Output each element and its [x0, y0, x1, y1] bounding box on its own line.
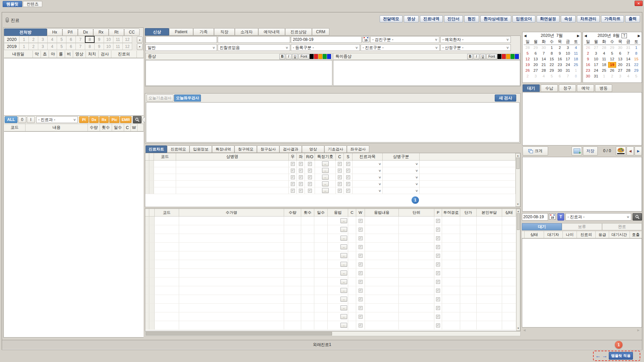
template-prev-button[interactable]: ←	[595, 353, 601, 359]
patient-field-1[interactable]	[146, 36, 217, 43]
format-b-button[interactable]: B	[279, 54, 285, 59]
order-w-checkbox[interactable]	[359, 262, 363, 266]
calendar-day[interactable]: 14	[624, 56, 632, 62]
order-p-checkbox[interactable]	[436, 245, 440, 249]
queue-dept-select[interactable]: - 진료과 -∨	[566, 213, 631, 221]
calendar-day[interactable]: 13	[616, 56, 624, 62]
calendar-day[interactable]: 27	[532, 68, 540, 73]
top-tab-template[interactable]: 템플릿	[3, 1, 22, 7]
calendar-day[interactable]: 20	[532, 62, 540, 68]
order-usage-lookup-button[interactable]: ..	[340, 305, 347, 310]
calendar-day[interactable]: 28	[524, 45, 532, 51]
calendar-day[interactable]: 7	[540, 51, 548, 56]
diagnosis-lookup-button[interactable]: ..	[322, 161, 329, 166]
calendar-day[interactable]: 12	[608, 56, 616, 62]
order-w-checkbox[interactable]	[359, 280, 363, 284]
treatment-type-select[interactable]: - 진료구분 -∨	[361, 44, 440, 51]
symptom-textarea[interactable]	[146, 60, 332, 86]
diagnosis-lookup-button[interactable]: ..	[322, 175, 329, 180]
calendar-day[interactable]: 13	[532, 56, 540, 62]
order-usage-lookup-button[interactable]: ..	[340, 253, 347, 258]
month-cell-2020-11[interactable]: 11	[113, 36, 123, 43]
month-cell-2020-9[interactable]: 9	[94, 36, 104, 43]
calendar-day[interactable]: 25	[572, 62, 580, 68]
order-usage-lookup-button[interactable]: ..	[340, 270, 347, 276]
chart-tab-5[interactable]: 청구심사	[257, 145, 279, 153]
history-tab-3[interactable]: Dx	[78, 28, 93, 36]
toolbar-button-4[interactable]: 협진	[464, 15, 479, 22]
add-image-button[interactable]: +	[572, 146, 582, 156]
month-cell-2019-1[interactable]: 1	[19, 43, 29, 50]
format-i-button[interactable]: I	[286, 54, 291, 59]
image-next-button[interactable]: ▶	[635, 146, 642, 156]
chart-tab-1[interactable]: 진료메모	[167, 145, 190, 153]
scroll-up-icon[interactable]: ▲	[517, 210, 520, 213]
registration-type-select[interactable]: - 등록구분 -∨	[291, 44, 360, 51]
toolbar-button-1[interactable]: 영상	[404, 15, 419, 22]
calendar-day[interactable]: 3	[564, 45, 572, 51]
patient-tab-0[interactable]: 신상	[145, 28, 169, 36]
quick-button-Rx[interactable]: Rx	[99, 116, 109, 123]
history-tab-1[interactable]: Hx	[47, 28, 62, 36]
history-tab-2[interactable]: P/I	[62, 28, 78, 36]
diagnosis-checkbox[interactable]	[346, 162, 350, 166]
history-tab-5[interactable]: Rt	[109, 28, 124, 36]
chevron-down-icon[interactable]: ∨	[378, 176, 381, 179]
order-p-checkbox[interactable]	[436, 306, 440, 310]
month-cell-2019-10[interactable]: 10	[104, 43, 113, 50]
checkup-type-select[interactable]: - 검진구분 -∨	[370, 36, 439, 43]
filter-one-button[interactable]: I	[27, 116, 35, 123]
calendar-day[interactable]: 28	[600, 45, 608, 51]
calendar-day[interactable]: 8	[632, 51, 640, 56]
chart-tab-9[interactable]: 좌우검사	[347, 145, 369, 153]
insurance-type-select[interactable]: 일반∨	[146, 44, 217, 51]
toolbar-button-2[interactable]: 진료내역	[420, 15, 443, 22]
order-p-checkbox[interactable]	[436, 262, 440, 266]
calendar-day[interactable]: 7	[564, 73, 572, 79]
diagnosis-checkbox[interactable]	[346, 189, 350, 193]
calendar-day[interactable]: 31	[592, 73, 600, 79]
calendar-today-button[interactable]: T	[622, 33, 627, 38]
scroll-up-icon[interactable]: ▲	[516, 154, 520, 157]
calendar-day[interactable]: 17	[592, 62, 600, 68]
calendar-day[interactable]: 1	[600, 73, 608, 79]
diagnosis-checkbox[interactable]	[308, 189, 312, 193]
diagnosis-scrollbar[interactable]: ▲▼	[516, 153, 520, 207]
calendar-day[interactable]: 1	[632, 45, 640, 51]
special-symptom-textarea[interactable]	[333, 60, 520, 86]
patient-tab-1[interactable]: Patient	[169, 28, 193, 36]
month-cell-2019-3[interactable]: 3	[38, 43, 48, 50]
order-p-checkbox[interactable]	[436, 315, 440, 319]
calendar-day[interactable]: 26	[524, 68, 532, 73]
toolbar-button-11[interactable]: 출력	[625, 15, 640, 22]
order-w-checkbox[interactable]	[359, 323, 363, 327]
history-tab-6[interactable]: CC	[124, 28, 140, 36]
calendar-day[interactable]: 9	[556, 51, 564, 56]
chart-tab-3[interactable]: 특정내역	[212, 145, 234, 153]
state-tab-2[interactable]: 완료	[602, 223, 642, 230]
calendar-day[interactable]: 14	[540, 56, 548, 62]
close-button[interactable]: ✕	[635, 1, 643, 6]
order-w-checkbox[interactable]	[359, 289, 363, 293]
image-prev-button[interactable]: ◀	[627, 146, 634, 156]
diagnosis-lookup-button[interactable]: ..	[322, 181, 329, 186]
calendar-day[interactable]: 24	[592, 68, 600, 73]
quick-button-PI[interactable]: PI	[79, 116, 89, 123]
calendar-day[interactable]: 5	[632, 73, 640, 79]
calendar-day[interactable]: 1	[548, 45, 556, 51]
order-scrollbar-thumb[interactable]	[517, 213, 520, 230]
calculation-type-select[interactable]: - 산정구분 -∨	[440, 44, 511, 51]
calendar-day[interactable]: 16	[556, 56, 564, 62]
queue-tab-3[interactable]: 예약	[577, 84, 594, 92]
order-w-checkbox[interactable]	[359, 315, 363, 319]
calendar-day[interactable]: 24	[564, 62, 572, 68]
calendar-day[interactable]: 22	[632, 62, 640, 68]
format-font-button[interactable]: Font	[486, 54, 497, 59]
diagnosis-checkbox[interactable]	[308, 175, 312, 179]
order-usage-lookup-button[interactable]: ..	[340, 297, 347, 302]
chart-tab-0[interactable]: 진료차트	[146, 145, 167, 153]
chevron-down-icon[interactable]: ∨	[378, 182, 381, 186]
calendar-day[interactable]: 30	[540, 45, 548, 51]
month-cell-2019-2[interactable]: 2	[29, 43, 38, 50]
calendar-day[interactable]: 18	[600, 62, 608, 68]
